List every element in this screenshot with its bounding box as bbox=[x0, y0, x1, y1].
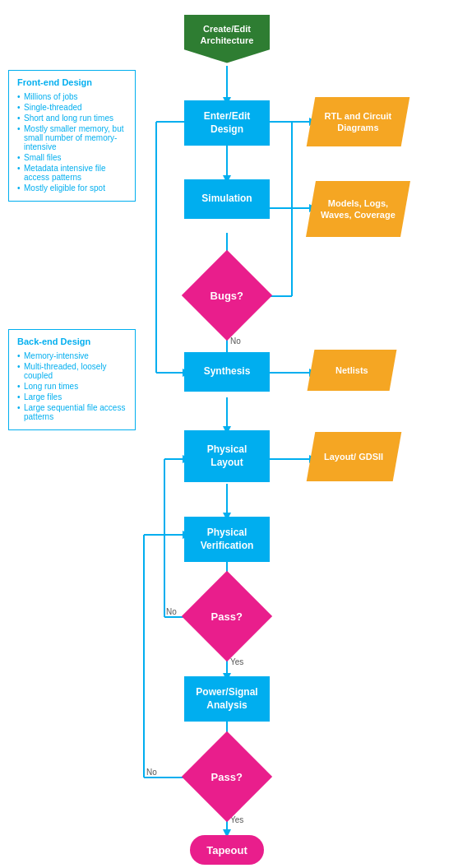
simulation-node: Simulation bbox=[184, 179, 270, 219]
list-item: Large sequential file access patterns bbox=[17, 403, 127, 421]
list-item: Short and long run times bbox=[17, 114, 127, 123]
create-arch-node: Create/Edit Architecture bbox=[184, 15, 270, 71]
physical-layout-label: Physical Layout bbox=[207, 443, 248, 468]
list-item: Multi-threaded, loosely coupled bbox=[17, 362, 127, 380]
physical-layout-node: Physical Layout bbox=[184, 430, 270, 482]
list-item: Metadata intensive file access patterns bbox=[17, 164, 127, 182]
bugs-label: Bugs? bbox=[210, 289, 243, 301]
tapeout-node: Tapeout bbox=[190, 835, 264, 865]
layout-gdsii-label: Layout/ GDSII bbox=[324, 451, 383, 462]
list-item: Mostly eligible for spot bbox=[17, 183, 127, 193]
list-item: Small files bbox=[17, 153, 127, 162]
list-item: Memory-intensive bbox=[17, 351, 127, 360]
netlists-label: Netlists bbox=[335, 364, 368, 376]
pass2-node: Pass? bbox=[195, 745, 259, 809]
svg-text:No: No bbox=[166, 607, 177, 616]
create-arch-label: Create/Edit Architecture bbox=[201, 24, 254, 45]
frontend-panel-title: Front-end Design bbox=[17, 77, 127, 87]
backend-panel-title: Back-end Design bbox=[17, 337, 127, 346]
enter-design-label: Enter/Edit Design bbox=[204, 110, 251, 135]
models-node: Models, Logs, Waves, Coverage bbox=[311, 181, 405, 237]
pass2-label: Pass? bbox=[211, 771, 243, 783]
layout-gdsii-node: Layout/ GDSII bbox=[311, 432, 397, 481]
svg-text:No: No bbox=[146, 768, 157, 777]
physical-verification-node: Physical Verification bbox=[184, 517, 270, 562]
backend-panel-list: Memory-intensive Multi-threaded, loosely… bbox=[17, 351, 127, 421]
synthesis-label: Synthesis bbox=[204, 365, 251, 377]
synthesis-node: Synthesis bbox=[184, 352, 270, 392]
pass1-node: Pass? bbox=[195, 584, 259, 648]
list-item: Long run times bbox=[17, 382, 127, 391]
rtl-node: RTL and Circuit Diagrams bbox=[311, 97, 405, 146]
models-label: Models, Logs, Waves, Coverage bbox=[321, 197, 396, 221]
list-item: Millions of jobs bbox=[17, 92, 127, 101]
pass1-label: Pass? bbox=[211, 610, 243, 623]
enter-design-node: Enter/Edit Design bbox=[184, 100, 270, 146]
power-signal-node: Power/Signal Analysis bbox=[184, 676, 270, 722]
list-item: Large files bbox=[17, 392, 127, 402]
frontend-design-panel: Front-end Design Millions of jobs Single… bbox=[8, 70, 136, 202]
frontend-panel-list: Millions of jobs Single-threaded Short a… bbox=[17, 92, 127, 193]
backend-design-panel: Back-end Design Memory-intensive Multi-t… bbox=[8, 329, 136, 430]
svg-text:No: No bbox=[230, 337, 241, 346]
bugs-node: Bugs? bbox=[195, 263, 259, 327]
tapeout-label: Tapeout bbox=[206, 844, 248, 856]
power-signal-label: Power/Signal Analysis bbox=[196, 686, 257, 711]
list-item: Mostly smaller memory, but small number … bbox=[17, 124, 127, 151]
svg-text:Yes: Yes bbox=[230, 657, 243, 666]
netlists-node: Netlists bbox=[311, 350, 393, 391]
physical-verification-label: Physical Verification bbox=[201, 527, 254, 551]
simulation-label: Simulation bbox=[201, 193, 252, 204]
rtl-label: RTL and Circuit Diagrams bbox=[321, 110, 396, 134]
list-item: Single-threaded bbox=[17, 103, 127, 112]
